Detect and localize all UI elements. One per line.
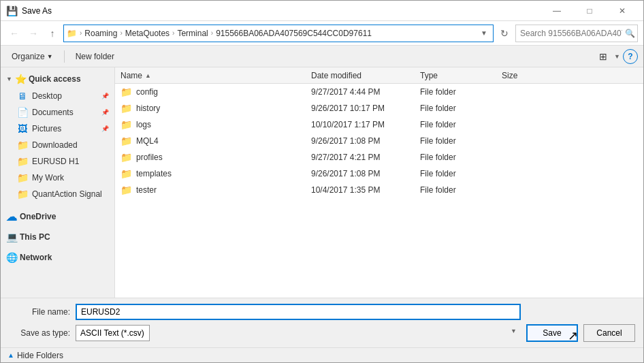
table-row[interactable]: 📁 logs 10/10/2017 1:17 PM File folder	[115, 116, 643, 133]
thispc-section[interactable]: 💻 This PC	[1, 228, 114, 246]
window-title: Save As	[22, 6, 52, 16]
window-icon: 💾	[6, 5, 18, 16]
savetype-select-wrap: ASCII Text (*.csv)	[76, 325, 521, 341]
sidebar-item-quantaction[interactable]: 📁 QuantAction Signal	[6, 186, 114, 202]
filename-row: File name:	[9, 304, 635, 320]
sidebar-item-downloaded[interactable]: 📁 Downloaded	[6, 137, 114, 153]
folder-icon: 📁	[17, 189, 28, 200]
folder-icon: 📁	[120, 185, 132, 195]
network-icon: 🌐	[6, 252, 17, 263]
status-bar: ▲ Hide Folders	[1, 347, 643, 362]
table-row[interactable]: 📁 tester 10/4/2017 1:35 PM File folder	[115, 182, 643, 198]
view-chevron-icon: ▼	[614, 53, 620, 60]
table-row[interactable]: 📁 config 9/27/2017 4:44 PM File folder	[115, 84, 643, 100]
path-id: 915566BA06ADA407569C544CC0D97611	[216, 29, 372, 38]
help-button[interactable]: ?	[623, 49, 638, 64]
folder-icon: 📁	[17, 140, 28, 151]
folder-icon: 📁	[17, 172, 28, 183]
savetype-label: Save as type:	[9, 328, 70, 338]
folder-icon: 📁	[17, 156, 28, 167]
file-list: Name ▲ Date modified Type Size 📁 config	[115, 67, 643, 298]
network-section[interactable]: 🌐 Network	[1, 249, 114, 266]
folder-icon: 📁	[120, 136, 132, 146]
cursor-icon: ↗	[568, 328, 578, 343]
column-name[interactable]: Name ▲	[120, 71, 311, 80]
save-button[interactable]: Save ↗	[526, 324, 578, 342]
toolbar: Organize ▼ New folder ⊞ ▼ ?	[1, 46, 643, 67]
close-button[interactable]: ✕	[607, 1, 638, 21]
file-rows: 📁 config 9/27/2017 4:44 PM File folder 📁…	[115, 84, 643, 198]
pictures-icon: 🖼	[17, 123, 28, 134]
sidebar-item-desktop[interactable]: 🖥 Desktop 📌	[6, 88, 114, 104]
organize-button[interactable]: Organize ▼	[6, 48, 59, 65]
table-row[interactable]: 📁 MQL4 9/26/2017 1:08 PM File folder	[115, 133, 643, 149]
hide-folders-chevron-icon: ▲	[7, 351, 14, 359]
search-input[interactable]	[515, 25, 638, 42]
forward-button[interactable]: →	[25, 25, 42, 42]
quick-access-section[interactable]: ▼ ⭐ Quick access	[1, 70, 114, 88]
bottom-area: File name: Save as type: ASCII Text (*.c…	[1, 298, 643, 347]
path-dropdown-button[interactable]: ▼	[478, 27, 490, 40]
up-button[interactable]: ↑	[44, 25, 61, 42]
filename-input[interactable]	[76, 304, 521, 320]
folder-icon: 📁	[120, 119, 132, 130]
sidebar-item-mywork[interactable]: 📁 My Work	[6, 170, 114, 186]
title-bar: 💾 Save As — □ ✕	[1, 1, 643, 21]
path-roaming: Roaming	[84, 29, 117, 38]
toolbar-separator	[64, 50, 65, 63]
folder-icon: 📁	[120, 168, 132, 179]
path-terminal: Terminal	[177, 29, 208, 38]
filename-label: File name:	[9, 307, 70, 317]
quick-access-chevron-icon: ▼	[6, 76, 12, 82]
address-bar: ← → ↑ 📁 › Roaming › MetaQuotes › Termina…	[1, 21, 643, 46]
view-button[interactable]: ⊞	[595, 48, 611, 65]
file-list-header: Name ▲ Date modified Type Size	[115, 67, 643, 84]
search-icon: 🔍	[625, 29, 635, 38]
column-date[interactable]: Date modified	[311, 71, 420, 80]
sidebar-item-eurusd[interactable]: 📁 EURUSD H1	[6, 153, 114, 170]
table-row[interactable]: 📁 templates 9/26/2017 1:08 PM File folde…	[115, 165, 643, 182]
table-row[interactable]: 📁 profiles 9/27/2017 4:21 PM File folder	[115, 149, 643, 165]
folder-icon: 📁	[120, 152, 132, 163]
documents-icon: 📄	[17, 107, 28, 118]
maximize-button[interactable]: □	[574, 1, 605, 21]
sort-arrow-icon: ▲	[145, 72, 151, 79]
address-path[interactable]: 📁 › Roaming › MetaQuotes › Terminal › 91…	[63, 25, 494, 42]
search-area: 🔍	[515, 25, 638, 42]
column-size[interactable]: Size	[502, 71, 556, 80]
folder-icon: 📁	[120, 86, 132, 97]
column-type[interactable]: Type	[420, 71, 502, 80]
organize-chevron-icon: ▼	[47, 53, 53, 60]
hide-folders-label[interactable]: Hide Folders	[17, 351, 63, 360]
pin-icon: 📌	[101, 125, 109, 132]
savetype-select[interactable]: ASCII Text (*.csv)	[76, 325, 150, 341]
pin-icon: 📌	[101, 109, 109, 116]
thispc-icon: 💻	[6, 232, 17, 242]
savetype-row: Save as type: ASCII Text (*.csv) Save ↗ …	[9, 324, 635, 342]
pin-icon: 📌	[101, 93, 109, 99]
table-row[interactable]: 📁 history 9/26/2017 10:17 PM File folder	[115, 100, 643, 116]
new-folder-button[interactable]: New folder	[70, 48, 120, 65]
quick-access-star-icon: ⭐	[15, 74, 26, 84]
onedrive-section[interactable]: ☁ OneDrive	[1, 208, 114, 225]
minimize-button[interactable]: —	[541, 1, 573, 21]
sidebar-item-pictures[interactable]: 🖼 Pictures 📌	[6, 121, 114, 137]
sidebar: ▼ ⭐ Quick access 🖥 Desktop 📌 📄 Documents…	[1, 67, 115, 298]
main-area: ▼ ⭐ Quick access 🖥 Desktop 📌 📄 Documents…	[1, 67, 643, 298]
desktop-icon: 🖥	[17, 91, 28, 101]
path-metaquotes: MetaQuotes	[125, 29, 170, 38]
path-folder-icon: 📁	[67, 29, 77, 38]
cancel-button[interactable]: Cancel	[583, 324, 635, 342]
onedrive-icon: ☁	[6, 210, 17, 223]
sidebar-item-documents[interactable]: 📄 Documents 📌	[6, 104, 114, 121]
back-button[interactable]: ←	[6, 25, 22, 42]
refresh-button[interactable]: ↻	[496, 25, 513, 42]
folder-icon: 📁	[120, 103, 132, 114]
